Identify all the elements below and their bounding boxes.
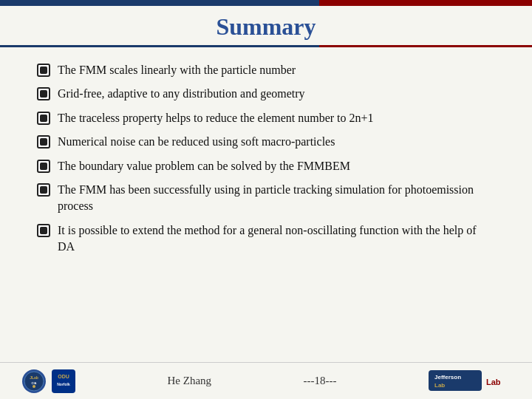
svg-point-3 [33, 385, 35, 388]
svg-text:Norfolk: Norfolk [57, 382, 70, 386]
list-item: The traceless property helps to reduce t… [37, 110, 495, 126]
bullet-text: The FMM scales linearly with the particl… [58, 62, 495, 78]
svg-text:JLab: JLab [30, 375, 38, 380]
footer: JLab CIA ODU Norfolk He Zhang ---18--- J… [0, 362, 532, 399]
list-item: Grid-free, adaptive to any distribution … [37, 86, 495, 102]
bullet-text: The traceless property helps to reduce t… [58, 110, 495, 126]
footer-author: He Zhang [167, 375, 211, 387]
bullet-text: Grid-free, adaptive to any distribution … [58, 86, 495, 102]
list-item: It is possible to extend the method for … [37, 222, 495, 256]
list-item: The FMM has been successfully using in p… [37, 182, 495, 215]
svg-text:Lab: Lab [486, 378, 501, 386]
checkbox-icon [37, 135, 50, 149]
list-item: The boundary value problem can be solved… [37, 158, 495, 174]
checkbox-icon [37, 160, 50, 173]
page-title: Summary [30, 13, 502, 41]
odu-logo: ODU Norfolk [52, 369, 75, 393]
svg-text:Jefferson: Jefferson [434, 374, 461, 381]
checkbox-icon [37, 64, 50, 77]
bullet-text: Numerical noise can be reduced using sof… [58, 134, 495, 150]
list-item: Numerical noise can be reduced using sof… [37, 134, 495, 150]
checkbox-icon [37, 224, 50, 237]
list-item: The FMM scales linearly with the particl… [37, 62, 495, 78]
header: Summary [0, 6, 532, 45]
checkbox-icon [37, 112, 50, 125]
bullet-text: The boundary value problem can be solved… [58, 158, 495, 174]
slide: Summary The FMM scales linearly with the… [0, 0, 532, 399]
top-bar [0, 0, 532, 6]
bullet-list: The FMM scales linearly with the particl… [37, 62, 495, 263]
checkbox-icon [37, 183, 50, 197]
svg-text:Lab: Lab [434, 382, 445, 389]
svg-text:ODU: ODU [58, 374, 69, 379]
cia-logo: JLab CIA [22, 369, 46, 393]
jlab-logo-area: Jefferson Lab Lab [429, 369, 510, 394]
bullet-text: It is possible to extend the method for … [58, 222, 495, 256]
content-area: The FMM scales linearly with the particl… [0, 47, 532, 362]
checkbox-icon [37, 87, 50, 100]
svg-rect-4 [52, 369, 75, 393]
bullet-text: The FMM has been successfully using in p… [58, 182, 495, 215]
svg-text:CIA: CIA [32, 381, 37, 385]
footer-page: ---18--- [304, 375, 337, 387]
footer-logos: JLab CIA ODU Norfolk [22, 369, 75, 393]
